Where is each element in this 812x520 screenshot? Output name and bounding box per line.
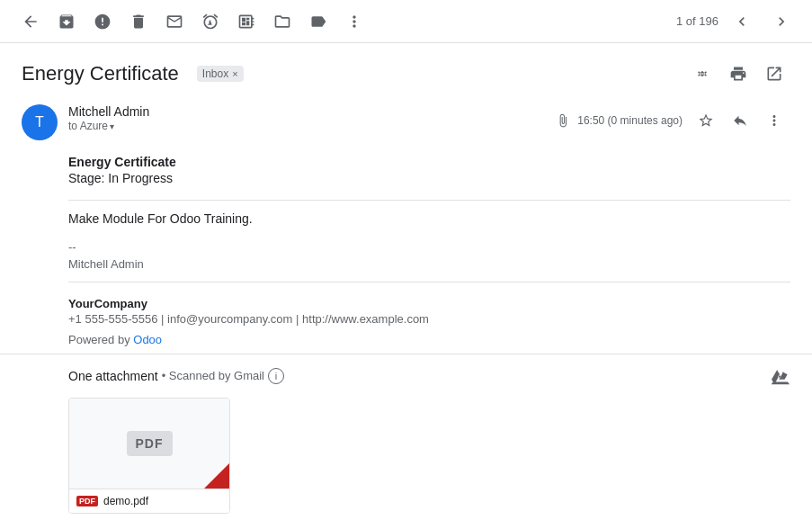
top-toolbar: 1 of 196 [0, 0, 812, 43]
attachment-title: One attachment [68, 369, 158, 383]
inbox-badge-label: Inbox [202, 67, 228, 80]
move-message-button[interactable] [686, 58, 718, 90]
reply-button[interactable] [724, 104, 756, 137]
pdf-preview: PDF [69, 399, 229, 489]
email-body-title: Energy Certificate [68, 155, 790, 169]
powered-by: Powered by Odoo [68, 333, 790, 346]
email-subject: Energy Certificate [22, 62, 179, 85]
pdf-filename-row: PDF demo.pdf [69, 489, 229, 513]
company-contact: +1 555-555-5556 | info@yourcompany.com |… [68, 312, 790, 326]
spam-button[interactable] [86, 5, 119, 38]
company-phone: +1 555-555-5556 [68, 312, 157, 326]
contact-separator2: | [296, 312, 302, 326]
more-message-button[interactable] [758, 104, 790, 137]
attachment-scanned: • Scanned by Gmail [162, 369, 264, 382]
pdf-icon-large: PDF [127, 431, 173, 456]
email-signature: -- Mitchell Admin [68, 240, 790, 271]
avatar: T [22, 104, 58, 140]
attachment-info-icon[interactable]: i [268, 368, 284, 384]
move-to-button[interactable] [266, 5, 299, 38]
attachment-indicator-icon [556, 113, 570, 128]
message-meta: Mitchell Admin to Azure ▾ [68, 104, 545, 132]
contact-separator1: | [161, 312, 167, 326]
header-actions [686, 58, 790, 90]
email-header: Energy Certificate Inbox × [0, 43, 812, 97]
attachment-thumbnail[interactable]: PDF PDF demo.pdf [68, 398, 230, 514]
open-in-new-button[interactable] [758, 58, 790, 90]
signature-dashes: -- [68, 240, 790, 254]
mark-unread-button[interactable] [158, 5, 191, 38]
sender-row: Mitchell Admin [68, 104, 545, 119]
save-to-drive-button[interactable] [771, 365, 790, 387]
prev-email-button[interactable] [726, 5, 758, 38]
print-button[interactable] [722, 58, 754, 90]
back-button[interactable] [14, 5, 47, 38]
message-timestamp: 16:50 (0 minutes ago) [577, 114, 683, 127]
delete-button[interactable] [122, 5, 155, 38]
toolbar-right: 1 of 196 [676, 5, 798, 38]
star-button[interactable] [690, 104, 722, 137]
inbox-badge: Inbox × [197, 66, 244, 82]
to-label: to Azure [68, 120, 108, 132]
body-divider [68, 200, 790, 201]
toolbar-left [14, 5, 370, 38]
pdf-filename: demo.pdf [103, 495, 148, 507]
email-body-text: Make Module For Odoo Training. [68, 211, 790, 226]
pdf-badge: PDF [76, 496, 98, 507]
sender-name: Mitchell Admin [68, 104, 149, 119]
email-body: Energy Certificate Stage: In Progress Ma… [0, 148, 812, 354]
snooze-button[interactable] [194, 5, 227, 38]
company-name: YourCompany [68, 297, 790, 310]
message-actions [690, 104, 790, 137]
label-button[interactable] [302, 5, 335, 38]
company-email: info@yourcompany.com [167, 312, 292, 326]
to-arrow-icon[interactable]: ▾ [110, 121, 114, 131]
signature-divider [68, 282, 790, 282]
inbox-badge-close[interactable]: × [232, 68, 237, 79]
archive-button[interactable] [50, 5, 83, 38]
nav-count: 1 of 196 [676, 14, 718, 28]
message-row: T Mitchell Admin to Azure ▾ 16:50 (0 min… [0, 97, 812, 148]
email-body-stage: Stage: In Progress [68, 171, 790, 185]
company-website: http://www.example.com [302, 312, 429, 326]
attachment-section: One attachment • Scanned by Gmail i PDF … [0, 354, 812, 520]
task-button[interactable] [230, 5, 263, 38]
to-line: to Azure ▾ [68, 120, 545, 132]
pdf-corner-decoration [204, 463, 229, 489]
avatar-letter: T [35, 114, 44, 130]
powered-by-prefix: Powered by [68, 333, 133, 346]
more-button[interactable] [338, 5, 370, 38]
message-time: 16:50 (0 minutes ago) [556, 104, 790, 137]
next-email-button[interactable] [765, 5, 798, 38]
signature-name: Mitchell Admin [68, 257, 790, 271]
attachment-header: One attachment • Scanned by Gmail i [68, 365, 790, 387]
odoo-link[interactable]: Odoo [133, 333, 162, 346]
